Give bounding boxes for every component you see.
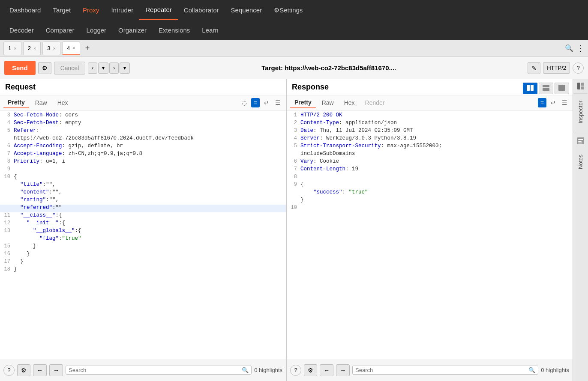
request-tab-pretty[interactable]: Pretty — [3, 97, 29, 108]
request-tab-raw[interactable]: Raw — [31, 98, 51, 108]
nav-repeater[interactable]: Repeater — [139, 0, 178, 20]
response-tabs: Pretty Raw Hex Render ≡ ↵ ☰ — [287, 95, 573, 110]
svg-rect-3 — [543, 88, 549, 91]
code-line: https://web-co2-72bc83d5aff81670.2024.du… — [0, 135, 286, 143]
code-line: "content":"", — [0, 189, 286, 197]
code-line: "rating":"", — [0, 197, 286, 205]
nav-back-dropdown[interactable]: ▾ — [98, 63, 108, 74]
tab-2[interactable]: 2 × — [23, 42, 41, 55]
close-tab-2[interactable]: × — [33, 46, 36, 51]
nav-dashboard[interactable]: Dashboard — [3, 0, 47, 20]
response-back-button[interactable]: ← — [320, 364, 333, 376]
nav-settings[interactable]: ⚙ Settings — [268, 0, 309, 20]
request-code-area[interactable]: 3 Sec-Fetch-Mode: cors 4 Sec-Fetch-Dest:… — [0, 110, 286, 359]
response-settings-button[interactable]: ⚙ — [304, 364, 317, 376]
nav-extensions[interactable]: Extensions — [153, 20, 196, 40]
nav-back-button[interactable]: ‹ — [88, 63, 97, 74]
code-line: 17 } — [0, 259, 286, 266]
response-tab-raw[interactable]: Raw — [318, 98, 338, 108]
request-settings-button[interactable]: ⚙ — [17, 364, 30, 376]
close-tab-4[interactable]: × — [72, 45, 75, 51]
response-forward-button[interactable]: → — [336, 364, 350, 376]
response-tab-hex[interactable]: Hex — [340, 98, 359, 108]
gear-icon: ⚙ — [308, 367, 313, 374]
response-search-box: 🔍 — [352, 366, 538, 375]
close-tab-3[interactable]: × — [53, 46, 56, 51]
cancel-button[interactable]: Cancel — [54, 62, 86, 74]
code-line: 6 Accept-Encoding: gzip, deflate, br — [0, 143, 286, 151]
tab-3[interactable]: 3 × — [42, 42, 60, 55]
search-icon: 🔍 — [242, 367, 249, 373]
split-view-icon — [527, 85, 534, 91]
edit-target-button[interactable]: ✎ — [528, 62, 540, 74]
settings-button[interactable]: ⚙ — [38, 62, 51, 74]
request-tab-hex[interactable]: Hex — [53, 98, 72, 108]
inspector-label[interactable]: Inspector — [574, 93, 587, 130]
close-tab-1[interactable]: × — [14, 46, 16, 51]
request-forward-button[interactable]: → — [49, 364, 63, 376]
view-horizontal-button[interactable] — [539, 83, 553, 94]
pencil-icon: ✎ — [531, 65, 537, 71]
nav-logger[interactable]: Logger — [80, 20, 112, 40]
nav-collaborator[interactable]: Collaborator — [178, 0, 225, 20]
tab-1[interactable]: 1 × — [3, 42, 21, 55]
kebab-menu[interactable]: ⋮ — [577, 44, 585, 53]
http-version: HTTP/2 — [543, 62, 570, 74]
request-back-button[interactable]: ← — [33, 364, 47, 376]
response-wrap-icon[interactable]: ≡ — [538, 98, 546, 107]
search-icon: 🔍 — [528, 367, 535, 373]
svg-rect-9 — [578, 139, 583, 140]
nav-comparer[interactable]: Comparer — [40, 20, 81, 40]
code-line: 11 "__class__":{ — [0, 212, 286, 220]
code-line: "success": "true" — [287, 189, 573, 197]
view-single-button[interactable] — [555, 83, 569, 94]
code-line: 3 Date: Thu, 11 Jul 2024 02:35:09 GMT — [287, 128, 573, 135]
nav-target[interactable]: Target — [47, 0, 77, 20]
code-line: } — [287, 197, 573, 205]
nav-decoder[interactable]: Decoder — [3, 20, 40, 40]
view-split-button[interactable] — [523, 83, 537, 94]
nav-proxy[interactable]: Proxy — [77, 0, 105, 20]
search-icon-tabbar[interactable]: 🔍 — [565, 44, 573, 52]
response-search-input[interactable] — [355, 367, 528, 373]
svg-rect-0 — [527, 85, 530, 91]
notes-icon[interactable] — [576, 137, 585, 145]
nav-sequencer[interactable]: Sequencer — [225, 0, 268, 20]
gear-icon: ⚙ — [21, 367, 27, 374]
back-icon: ← — [37, 367, 43, 374]
request-tabs: Pretty Raw Hex ◌ ≡ ↵ ☰ — [0, 95, 286, 110]
code-line: 7 Content-Length: 19 — [287, 166, 573, 174]
svg-rect-4 — [558, 85, 565, 91]
response-menu-icon[interactable]: ☰ — [560, 98, 569, 107]
code-line: 18 } — [0, 266, 286, 274]
nav-learn[interactable]: Learn — [196, 20, 224, 40]
nav-forward-button[interactable]: › — [109, 63, 119, 74]
inspector-icon[interactable] — [576, 82, 585, 90]
nav-organizer[interactable]: Organizer — [112, 20, 153, 40]
newline-icon[interactable]: ↵ — [262, 98, 271, 107]
add-tab-button[interactable]: + — [82, 44, 93, 53]
nav-intruder[interactable]: Intruder — [105, 0, 139, 20]
code-line: 16 } — [0, 251, 286, 259]
code-line: 2 Content-Type: application/json — [287, 120, 573, 128]
eye-slash-icon[interactable]: ◌ — [240, 98, 249, 107]
response-code-area[interactable]: 1 HTTP/2 200 OK 2 Content-Type: applicat… — [287, 110, 573, 359]
wrap-icon[interactable]: ≡ — [251, 98, 260, 107]
help-button[interactable]: ? — [573, 63, 584, 74]
svg-rect-1 — [531, 85, 534, 91]
response-tab-render[interactable]: Render — [361, 98, 389, 108]
code-line: 8 Priority: u=1, i — [0, 158, 286, 166]
request-title: Request — [0, 79, 286, 95]
forward-icon: → — [53, 367, 59, 374]
nav-forward-dropdown[interactable]: ▾ — [120, 63, 130, 74]
notes-label[interactable]: Notes — [574, 148, 587, 176]
response-help-button[interactable]: ? — [290, 365, 301, 376]
response-tab-pretty[interactable]: Pretty — [290, 97, 316, 108]
send-button[interactable]: Send — [4, 61, 36, 75]
request-search-input[interactable] — [69, 367, 242, 373]
request-help-button[interactable]: ? — [3, 365, 15, 376]
menu-icon[interactable]: ☰ — [273, 98, 282, 107]
svg-rect-6 — [581, 83, 584, 86]
tab-4[interactable]: 4 × — [62, 42, 80, 55]
response-newline-icon[interactable]: ↵ — [549, 98, 558, 107]
